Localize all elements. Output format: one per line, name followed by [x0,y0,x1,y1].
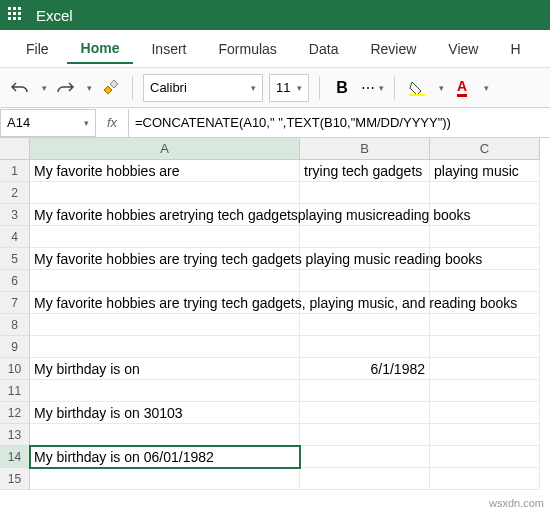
font-color-icon[interactable]: A [450,76,474,100]
tab-home[interactable]: Home [67,34,134,64]
cell[interactable] [30,226,300,248]
font-name-select[interactable]: Calibri ▾ [143,74,263,102]
tab-file[interactable]: File [12,35,63,63]
col-head-B[interactable]: B [300,138,430,160]
cell[interactable] [30,468,300,490]
tab-insert[interactable]: Insert [137,35,200,63]
cell[interactable] [430,424,540,446]
row-head[interactable]: 10 [0,358,30,380]
cell-A3[interactable]: My favorite hobbies aretrying tech gadge… [30,204,300,226]
cell-A1[interactable]: My favorite hobbies are [30,160,300,182]
cell[interactable] [430,336,540,358]
spreadsheet-grid: A B C 1 My favorite hobbies are trying t… [0,138,550,490]
chevron-down-icon: ▾ [297,83,302,93]
cell[interactable] [430,314,540,336]
divider [394,76,395,100]
cell[interactable] [430,182,540,204]
row-head[interactable]: 4 [0,226,30,248]
fill-color-icon[interactable] [405,76,429,100]
cell-A7[interactable]: My favorite hobbies are trying tech gadg… [30,292,300,314]
cell[interactable] [30,424,300,446]
row-head[interactable]: 12 [0,402,30,424]
cell-A5[interactable]: My favorite hobbies are trying tech gadg… [30,248,300,270]
more-font-icon[interactable]: ⋯▾ [360,76,384,100]
col-head-A[interactable]: A [30,138,300,160]
row-head[interactable]: 8 [0,314,30,336]
cell[interactable] [300,270,430,292]
cell[interactable] [430,402,540,424]
cell[interactable] [300,336,430,358]
tab-extra[interactable]: H [496,35,534,63]
redo-icon[interactable] [53,76,77,100]
col-head-C[interactable]: C [430,138,540,160]
formula-bar-row: A14 ▾ fx =CONCATENATE(A10," ",TEXT(B10,"… [0,108,550,138]
cell[interactable] [300,446,430,468]
cell-C1[interactable]: playing music [430,160,540,182]
cell[interactable] [430,358,540,380]
cell[interactable] [430,226,540,248]
cell-B10[interactable]: 6/1/1982 [300,358,430,380]
redo-chevron-icon[interactable]: ▾ [87,83,92,93]
cell[interactable] [430,468,540,490]
cell[interactable] [300,402,430,424]
cell[interactable] [300,424,430,446]
cell[interactable] [30,336,300,358]
chevron-down-icon: ▾ [251,83,256,93]
row-head[interactable]: 9 [0,336,30,358]
cell-A14[interactable]: My birthday is on 06/01/1982 [30,446,300,468]
cell[interactable] [300,292,430,314]
app-launcher-icon[interactable] [8,7,24,23]
cell[interactable] [300,204,430,226]
cell[interactable] [300,468,430,490]
ribbon-tabs: File Home Insert Formulas Data Review Vi… [0,30,550,68]
name-box-value: A14 [7,115,30,130]
watermark: wsxdn.com [489,497,544,509]
cell-A12[interactable]: My birthday is on 30103 [30,402,300,424]
undo-chevron-icon[interactable]: ▾ [42,83,47,93]
row-head[interactable]: 1 [0,160,30,182]
cell[interactable] [300,226,430,248]
cell[interactable] [300,182,430,204]
cell[interactable] [30,314,300,336]
row-head[interactable]: 2 [0,182,30,204]
font-color-chevron-icon[interactable]: ▾ [484,83,489,93]
cell[interactable] [30,380,300,402]
tab-data[interactable]: Data [295,35,353,63]
row-head[interactable]: 6 [0,270,30,292]
cell[interactable] [430,292,540,314]
bold-icon[interactable]: B [330,76,354,100]
cell[interactable] [300,248,430,270]
tab-view[interactable]: View [434,35,492,63]
formula-bar[interactable]: =CONCATENATE(A10," ",TEXT(B10,"MM/DD/YYY… [128,109,550,137]
cell[interactable] [300,380,430,402]
cell[interactable] [30,270,300,292]
select-all-corner[interactable] [0,138,30,160]
cell-A10[interactable]: My birthday is on [30,358,300,380]
row-head[interactable]: 5 [0,248,30,270]
format-painter-icon[interactable] [98,76,122,100]
tab-review[interactable]: Review [356,35,430,63]
row-head[interactable]: 3 [0,204,30,226]
name-box[interactable]: A14 ▾ [0,109,96,137]
row-head[interactable]: 13 [0,424,30,446]
app-name: Excel [36,7,73,24]
cell[interactable] [430,248,540,270]
cell[interactable] [30,182,300,204]
undo-icon[interactable] [8,76,32,100]
row-head[interactable]: 11 [0,380,30,402]
fill-chevron-icon[interactable]: ▾ [439,83,444,93]
cell[interactable] [430,204,540,226]
formula-value: =CONCATENATE(A10," ",TEXT(B10,"MM/DD/YYY… [135,115,451,130]
row-head[interactable]: 7 [0,292,30,314]
cell[interactable] [430,270,540,292]
row-head[interactable]: 14 [0,446,30,468]
cell[interactable] [300,314,430,336]
cell-B1[interactable]: trying tech gadgets [300,160,430,182]
font-size-select[interactable]: 11 ▾ [269,74,309,102]
tab-formulas[interactable]: Formulas [204,35,290,63]
fx-label[interactable]: fx [96,115,128,130]
cell[interactable] [430,380,540,402]
cell[interactable] [430,446,540,468]
row-head[interactable]: 15 [0,468,30,490]
divider [319,76,320,100]
